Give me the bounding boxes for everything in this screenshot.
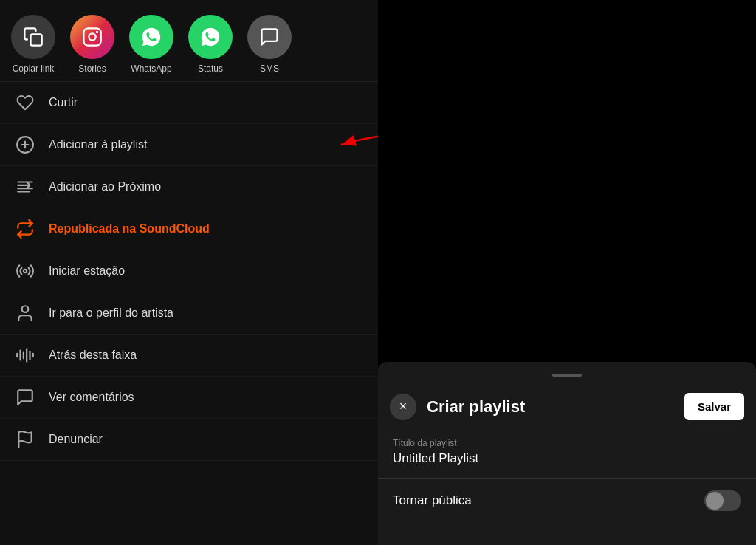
share-item-stories[interactable]: Stories — [66, 15, 118, 74]
share-row: Copiar link Stories WhatsApp — [0, 0, 378, 82]
user-icon — [15, 303, 35, 323]
menu-item-station[interactable]: Iniciar estação — [0, 250, 378, 292]
repost-label: Republicada na SoundCloud — [49, 222, 210, 236]
menu-item-playlist[interactable]: Adicionar à playlist — [0, 124, 378, 166]
arrow-annotation — [334, 130, 378, 160]
menu-item-proximo[interactable]: Adicionar ao Próximo — [0, 166, 378, 208]
svg-point-2 — [89, 33, 95, 40]
stories-icon — [70, 15, 114, 59]
menu-item-repost[interactable]: Republicada na SoundCloud — [0, 208, 378, 250]
repost-icon — [15, 219, 35, 239]
menu-item-comments[interactable]: Ver comentários — [0, 377, 378, 419]
status-label: Status — [198, 64, 223, 74]
svg-rect-1 — [83, 28, 100, 45]
public-toggle[interactable] — [704, 490, 741, 511]
right-panel: × Criar playlist Salvar Título da playli… — [378, 0, 756, 545]
close-button[interactable]: × — [390, 394, 416, 420]
artist-label: Ir para o perfil do artista — [49, 306, 173, 320]
input-label: Título da playlist — [393, 438, 741, 448]
stories-label: Stories — [78, 64, 106, 74]
sms-label: SMS — [260, 64, 279, 74]
toggle-thumb — [706, 492, 724, 510]
menu-item-curtir[interactable]: Curtir — [0, 82, 378, 124]
add-next-icon — [15, 176, 35, 197]
share-item-copy[interactable]: Copiar link — [7, 15, 59, 74]
public-label: Tornar pública — [393, 493, 472, 508]
sheet-header: × Criar playlist Salvar — [378, 387, 756, 432]
save-button[interactable]: Salvar — [684, 393, 744, 420]
station-icon — [15, 261, 35, 281]
close-icon: × — [399, 399, 408, 414]
waveform-icon — [15, 345, 35, 366]
station-label: Iniciar estação — [49, 264, 125, 278]
playlist-title-input[interactable] — [393, 451, 741, 466]
proximo-label: Adicionar ao Próximo — [49, 180, 161, 193]
svg-point-13 — [22, 306, 29, 312]
share-item-sms[interactable]: SMS — [244, 15, 295, 74]
playlist-label: Adicionar à playlist — [49, 138, 147, 151]
comments-label: Ver comentários — [49, 391, 134, 404]
report-label: Denunciar — [49, 433, 103, 446]
playlist-input-area: Título da playlist — [378, 432, 756, 479]
svg-point-3 — [96, 31, 99, 34]
copy-label: Copiar link — [13, 64, 55, 74]
add-playlist-icon — [15, 134, 35, 155]
share-item-status[interactable]: Status — [185, 15, 236, 74]
comment-icon — [15, 387, 35, 408]
menu-item-behind[interactable]: Atrás desta faixa — [0, 335, 378, 377]
whatsapp-icon — [129, 15, 173, 59]
menu-item-report[interactable]: Denunciar — [0, 419, 378, 461]
svg-point-12 — [24, 270, 27, 272]
whatsapp-label: WhatsApp — [131, 64, 171, 74]
share-item-whatsapp[interactable]: WhatsApp — [126, 15, 177, 74]
heart-icon — [15, 92, 35, 113]
behind-label: Atrás desta faixa — [49, 349, 137, 362]
menu-item-artist[interactable]: Ir para o perfil do artista — [0, 292, 378, 335]
sms-icon — [247, 15, 292, 59]
flag-icon — [15, 429, 35, 450]
create-playlist-sheet: × Criar playlist Salvar Título da playli… — [378, 362, 756, 545]
sheet-title: Criar playlist — [427, 397, 684, 417]
sheet-handle — [552, 374, 582, 377]
public-row: Tornar pública — [378, 479, 756, 523]
left-panel: Copiar link Stories WhatsApp — [0, 0, 378, 545]
copy-icon — [11, 15, 55, 59]
status-icon — [188, 15, 233, 59]
curtir-label: Curtir — [49, 96, 78, 109]
menu-list: Curtir Adicionar à playlist — [0, 82, 378, 545]
svg-rect-0 — [31, 35, 42, 46]
